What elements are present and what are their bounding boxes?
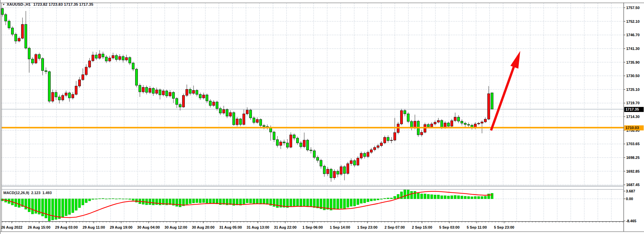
candle-body — [283, 142, 285, 143]
macd-histogram-bar — [132, 199, 135, 200]
macd-histogram-bar — [491, 193, 493, 199]
candle-body — [112, 55, 114, 58]
macd-histogram-bar — [260, 199, 262, 204]
candle-body — [347, 164, 349, 173]
candle-body — [115, 55, 118, 59]
mt4-chart-window: 1757.501752.101746.701741.301735.901730.… — [0, 0, 644, 234]
candle-body — [21, 24, 24, 38]
candle-body — [233, 113, 235, 125]
macd-histogram-bar — [300, 199, 302, 207]
candle-body — [330, 169, 332, 178]
macd-histogram-bar — [327, 199, 329, 210]
macd-histogram-bar — [206, 199, 208, 203]
macd-histogram-bar — [333, 199, 336, 210]
candle-body — [58, 97, 61, 100]
macd-histogram-bar — [119, 199, 121, 199]
macd-histogram-bar — [488, 194, 490, 199]
macd-indicator-label: MACD(12,26,9) — [3, 191, 29, 195]
candle-body — [286, 143, 289, 147]
candle-body — [132, 63, 135, 69]
candle-body — [42, 59, 44, 71]
macd-histogram-bar — [367, 199, 369, 202]
candle-body — [186, 89, 188, 95]
trend-arrow-head-icon[interactable] — [511, 51, 520, 69]
macd-histogram-bar — [431, 195, 433, 199]
macd-histogram-bar — [437, 195, 440, 199]
candle-body — [374, 148, 376, 150]
macd-histogram-bar — [78, 199, 81, 208]
trend-arrow-shaft[interactable] — [491, 66, 514, 130]
macd-histogram-bar — [176, 199, 178, 207]
candle-body — [89, 61, 91, 67]
candle-body — [159, 90, 161, 95]
candle-body — [136, 69, 138, 85]
macd-histogram-bar — [45, 199, 47, 218]
chart-canvas[interactable]: 1757.501752.101746.701741.301735.901730.… — [0, 0, 644, 234]
macd-histogram-bar — [290, 199, 292, 206]
candle-body — [176, 99, 178, 105]
candle-body — [340, 167, 342, 174]
candle-body — [250, 110, 252, 118]
macd-histogram-bar — [112, 198, 114, 199]
price-axis[interactable] — [624, 3, 644, 221]
time-axis[interactable] — [2, 222, 624, 231]
macd-histogram-bar — [246, 199, 249, 203]
candle-body — [149, 88, 151, 92]
macd-signal-value: 1.493 — [43, 191, 52, 195]
macd-histogram-bar — [310, 199, 312, 207]
macd-histogram-bar — [411, 191, 413, 199]
candle-body — [313, 151, 316, 158]
macd-histogram-bar — [186, 199, 188, 204]
macd-histogram-bar — [213, 199, 215, 203]
candle-body — [122, 56, 124, 60]
candle-body — [105, 57, 108, 61]
candle-body — [367, 152, 369, 157]
candle-body — [45, 71, 47, 72]
candle-body — [243, 114, 245, 125]
candle-body — [276, 139, 279, 145]
candle-body — [484, 119, 487, 122]
collapse-icon[interactable]: ▼ — [2, 3, 5, 6]
candle-body — [28, 48, 31, 59]
macd-histogram-bar — [250, 199, 252, 203]
macd-histogram-bar — [357, 199, 359, 205]
macd-histogram-bar — [427, 194, 430, 199]
macd-histogram-bar — [464, 196, 467, 199]
chart-title: ▼XAUUSD-,H11723.82 1723.83 1717.35 1717.… — [2, 2, 93, 6]
macd-histogram-bar — [72, 199, 74, 213]
candle-body — [354, 161, 356, 165]
candle-body — [203, 95, 205, 98]
candle-body — [25, 24, 27, 48]
candle-body — [444, 123, 446, 128]
candle-body — [461, 121, 463, 123]
candle-body — [491, 93, 493, 109]
macd-histogram-bar — [484, 196, 487, 199]
candle-body — [394, 132, 396, 140]
candle-body — [65, 93, 67, 96]
macd-histogram-bar — [347, 199, 349, 207]
candle-body — [109, 58, 111, 61]
candle-body — [129, 57, 131, 63]
candle-body — [52, 93, 54, 101]
candle-body — [263, 125, 265, 126]
macd-histogram-bar — [28, 199, 31, 212]
candle-body — [189, 89, 192, 93]
candle-body — [434, 122, 436, 124]
macd-histogram-bar — [364, 199, 366, 203]
candle-body — [350, 161, 353, 164]
macd-histogram-bar — [68, 199, 71, 215]
candle-body — [226, 110, 228, 116]
candle-body — [357, 158, 359, 165]
macd-histogram-bar — [129, 199, 131, 199]
macd-histogram-bar — [317, 199, 319, 208]
symbol-period-label: XAUUSD-,H1 — [7, 2, 31, 6]
macd-histogram-bar — [478, 196, 480, 199]
candle-body — [162, 91, 165, 95]
candle-body — [441, 120, 443, 127]
macd-histogram-bar — [390, 198, 393, 199]
macd-histogram-bar — [48, 199, 51, 221]
macd-histogram-bar — [414, 191, 416, 199]
macd-histogram-bar — [276, 199, 279, 208]
panel-separator[interactable] — [2, 186, 624, 186]
candle-body — [290, 135, 292, 147]
